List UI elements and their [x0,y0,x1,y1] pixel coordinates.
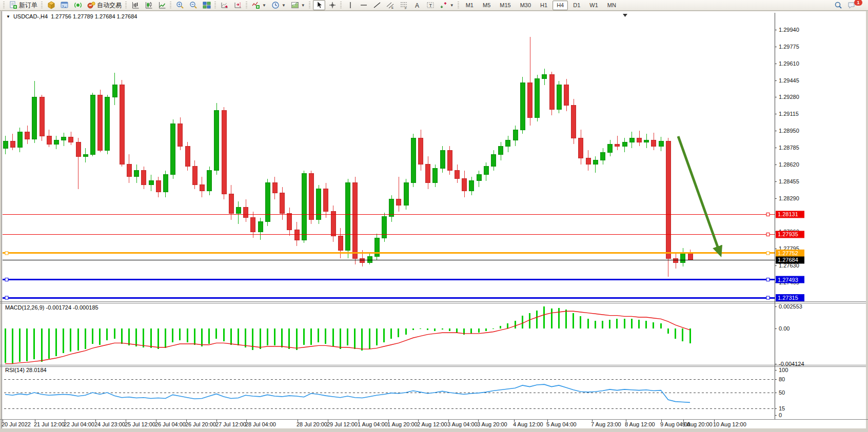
chartshift-icon [234,1,242,9]
macd-bar [318,328,319,342]
new-order-button[interactable]: 新订单 [7,0,40,10]
macd-bar [5,328,6,363]
timeframe-MN[interactable]: MN [603,1,620,10]
candle-body [185,146,190,167]
sonar-icon [74,1,82,9]
line-handle[interactable] [766,213,770,216]
auto-scroll-button[interactable] [219,0,231,10]
candle-body [338,236,343,250]
macd-bar [310,328,312,345]
line-handle[interactable] [766,278,770,281]
candle-body [528,83,532,118]
candle-body [659,141,663,146]
candle-body [265,183,270,222]
macd-bar [638,320,640,328]
candle-body [593,160,598,164]
trend-arrow[interactable] [678,136,720,254]
macd-bar [260,328,261,349]
macd-bar [398,328,399,337]
tile-windows-button[interactable] [201,0,213,10]
candle-body [367,256,372,262]
horizontal-line-button[interactable] [358,0,370,10]
arrows-button[interactable]: ▼ [438,0,456,10]
vertical-line-button[interactable] [344,0,357,10]
candle-body [47,136,51,144]
line-handle[interactable] [5,278,8,281]
macd-bar [288,328,290,349]
macd-bar [354,328,356,349]
timeframe-M30[interactable]: M30 [516,1,535,10]
candle-body [272,183,277,193]
timeframe-D1[interactable]: D1 [569,1,584,10]
candle-body [469,181,474,191]
red-hline-1[interactable]: 1.28131 [3,211,804,218]
timeframe-H4[interactable]: H4 [553,1,568,10]
signals-button[interactable] [72,0,84,10]
line-handle[interactable] [5,252,8,255]
timeframe-M5[interactable]: M5 [479,1,495,10]
candle-body [258,222,263,232]
macd-tick-label: 0.002553 [779,303,802,310]
candlestick-chart-button[interactable] [143,0,155,10]
price-marker-label: 1.27315 [778,295,798,301]
red-hline-2[interactable]: 1.27935 [3,231,804,238]
time-tick-label: 25 Jul 12:00 [125,421,155,427]
chevron-down-icon[interactable]: ▼ [282,3,286,8]
chevron-down-icon[interactable]: ▼ [450,3,454,8]
candle-body [251,218,255,232]
macd-bar [296,328,298,350]
toolbar-separator [340,2,342,9]
time-tick-label: 9 Aug 20:00 [682,421,713,427]
text-label-button[interactable]: T [424,0,437,10]
zoom-out-button[interactable] [187,0,200,10]
line-handle[interactable] [5,296,8,299]
candle-body [32,97,37,139]
zoom-in-button[interactable] [174,0,186,10]
macd-bar [77,328,79,351]
chart-window[interactable]: 1.299401.297751.296101.294451.292801.291… [0,11,868,432]
candle-body [491,154,496,167]
bar-chart-button[interactable] [129,0,142,10]
indicators-button[interactable]: ▼ [250,0,268,10]
periods-button[interactable]: ▼ [269,0,288,10]
autotrading-button[interactable]: 自动交易 [85,0,124,10]
price-marker-label: 1.27493 [778,277,798,283]
timeframe-M15[interactable]: M15 [496,1,515,10]
chart-shift-button[interactable] [232,0,244,10]
chart-canvas[interactable]: 1.299401.297751.296101.294451.292801.291… [0,11,868,432]
line-handle[interactable] [766,233,770,236]
search-button[interactable] [832,0,844,10]
blue-hline-1[interactable]: 1.27493 [3,276,804,283]
candle-body [331,212,336,236]
macd-bar [602,321,603,328]
rsi-tick-label: 15 [779,405,785,412]
chat-button[interactable]: 1 [845,0,864,10]
timeframe-W1[interactable]: W1 [585,1,602,10]
templates-button[interactable]: ▼ [289,0,307,10]
time-axis[interactable]: 20 Jul 202221 Jul 12:0022 Jul 04:0024 Ju… [2,420,746,427]
metaeditor-button[interactable] [58,0,71,10]
chart-shift-marker-icon[interactable] [623,14,627,17]
fibonacci-button[interactable]: F [398,0,410,10]
chevron-down-icon[interactable]: ▼ [262,3,266,8]
trendline-button[interactable] [371,0,383,10]
time-tick-label: 26 Jul 20:00 [185,421,216,427]
text-button[interactable]: A [411,0,423,10]
macd-bar [325,328,326,344]
macd-bar [215,328,217,339]
toolbar-separator [3,2,5,9]
macd-bar [543,306,545,328]
channel-button[interactable]: E [384,0,397,10]
timeframe-H1[interactable]: H1 [536,1,551,10]
chevron-down-icon[interactable]: ▼ [301,3,305,8]
cursor-button[interactable] [313,0,325,10]
fibo-icon: F [400,1,408,9]
line-handle[interactable] [766,252,770,255]
line-handle[interactable] [766,296,770,299]
crosshair-button[interactable] [326,0,339,10]
market-depth-button[interactable] [45,0,57,10]
timeframe-M1[interactable]: M1 [462,1,478,10]
line-chart-button[interactable] [156,0,168,10]
price-axis[interactable]: 1.299401.297751.296101.294451.292801.291… [775,27,799,285]
blue-hline-2[interactable]: 1.27315 [3,294,804,301]
